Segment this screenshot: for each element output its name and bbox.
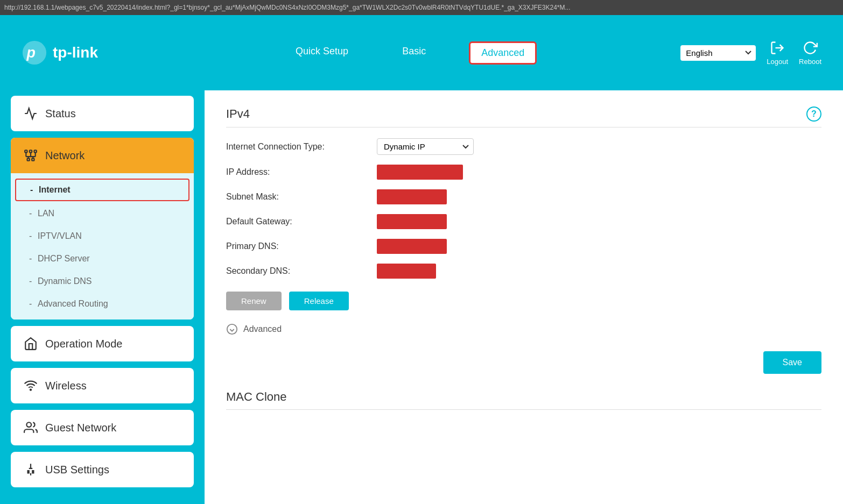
secondary-dns-value <box>377 264 436 279</box>
subnet-mask-redacted <box>377 189 447 204</box>
ipv4-title: IPv4 <box>226 107 250 121</box>
svg-rect-5 <box>34 150 37 152</box>
save-button[interactable]: Save <box>763 351 821 374</box>
main-layout: Status Network <box>0 90 843 504</box>
primary-dns-redacted <box>377 239 447 254</box>
usb-icon <box>24 463 38 477</box>
primary-dns-label: Primary DNS: <box>226 242 377 251</box>
sidebar-item-network[interactable]: Network Internet LAN IPTV/VLAN DHCP Serv… <box>11 138 194 320</box>
ip-address-value <box>377 165 463 180</box>
ip-address-redacted <box>377 165 463 180</box>
operation-mode-icon <box>24 337 38 351</box>
sidebar-item-wireless[interactable]: Wireless <box>11 368 194 403</box>
nav-tabs: Quick Setup Basic Advanced <box>141 41 680 65</box>
nav-basic[interactable]: Basic <box>391 41 437 65</box>
network-subitems: Internet LAN IPTV/VLAN DHCP Server Dynam… <box>11 173 194 320</box>
reboot-label: Reboot <box>799 58 821 66</box>
nav-advanced[interactable]: Advanced <box>469 41 537 65</box>
svg-point-14 <box>30 389 31 391</box>
primary-dns-row: Primary DNS: <box>226 239 821 254</box>
connection-type-label: Internet Connection Type: <box>226 142 377 152</box>
advanced-toggle-label: Advanced <box>243 324 282 334</box>
subnet-mask-label: Subnet Mask: <box>226 192 377 202</box>
connection-type-value: Dynamic IP Static IP PPPoE L2TP PPTP <box>377 138 474 155</box>
content-area: IPv4 ? Internet Connection Type: Dynamic… <box>205 90 843 504</box>
logout-label: Logout <box>767 58 788 66</box>
default-gateway-row: Default Gateway: <box>226 214 821 229</box>
sidebar-subitem-lan[interactable]: LAN <box>11 202 194 225</box>
chevron-down-circle-icon <box>226 323 238 335</box>
reboot-button[interactable]: Reboot <box>799 40 821 66</box>
sidebar-subitem-dhcp[interactable]: DHCP Server <box>11 247 194 270</box>
network-icon <box>24 148 38 162</box>
sidebar-network-label: Network <box>45 150 85 162</box>
connection-type-row: Internet Connection Type: Dynamic IP Sta… <box>226 138 821 155</box>
svg-point-15 <box>26 422 31 427</box>
release-button[interactable]: Release <box>289 292 349 310</box>
header-right: English Chinese Logout Reboot <box>680 40 821 66</box>
secondary-dns-label: Secondary DNS: <box>226 266 377 276</box>
svg-rect-4 <box>30 150 32 152</box>
logo-text: tp-link <box>53 44 98 61</box>
logout-button[interactable]: Logout <box>767 40 788 66</box>
logo: p tp-link <box>22 40 98 66</box>
sidebar-subitem-advanced-routing[interactable]: Advanced Routing <box>11 293 194 315</box>
sidebar-subitem-dynamic-dns[interactable]: Dynamic DNS <box>11 270 194 293</box>
sidebar-wireless-label: Wireless <box>45 380 87 392</box>
secondary-dns-row: Secondary DNS: <box>226 264 821 279</box>
browser-url: http://192.168.1.1/webpages_c7v5_2022041… <box>4 4 571 11</box>
language-select[interactable]: English Chinese <box>680 45 756 61</box>
header: p tp-link Quick Setup Basic Advanced Eng… <box>0 15 843 90</box>
mac-clone-section: MAC Clone <box>226 390 821 410</box>
mac-clone-title: MAC Clone <box>226 390 821 410</box>
help-icon[interactable]: ? <box>806 107 821 122</box>
connection-type-select[interactable]: Dynamic IP Static IP PPPoE L2TP PPTP <box>377 138 474 155</box>
reboot-icon <box>803 40 818 55</box>
sidebar-guest-network-label: Guest Network <box>45 422 116 434</box>
subnet-mask-value <box>377 189 447 204</box>
sidebar-item-operation-mode[interactable]: Operation Mode <box>11 326 194 361</box>
sidebar-item-guest-network[interactable]: Guest Network <box>11 410 194 445</box>
svg-rect-7 <box>32 158 34 160</box>
tp-link-logo-icon: p <box>22 40 47 66</box>
svg-rect-6 <box>27 158 30 160</box>
sidebar-subitem-iptv[interactable]: IPTV/VLAN <box>11 225 194 247</box>
svg-rect-3 <box>25 150 27 152</box>
guest-network-icon <box>24 421 38 435</box>
sidebar-status-label: Status <box>45 108 76 120</box>
default-gateway-redacted <box>377 214 447 229</box>
sidebar-subitem-internet[interactable]: Internet <box>15 179 189 201</box>
sidebar-usb-settings-label: USB Settings <box>45 464 109 476</box>
save-row: Save <box>226 351 821 374</box>
nav-quick-setup[interactable]: Quick Setup <box>285 41 359 65</box>
wireless-icon <box>24 379 38 393</box>
sidebar-operation-mode-label: Operation Mode <box>45 338 122 350</box>
ip-address-label: IP Address: <box>226 167 377 177</box>
sidebar: Status Network <box>0 90 205 504</box>
secondary-dns-redacted <box>377 264 436 279</box>
primary-dns-value <box>377 239 447 254</box>
sidebar-item-status[interactable]: Status <box>11 96 194 131</box>
renew-button[interactable]: Renew <box>226 292 282 310</box>
ip-address-row: IP Address: <box>226 165 821 180</box>
default-gateway-value <box>377 214 447 229</box>
subnet-mask-row: Subnet Mask: <box>226 189 821 204</box>
svg-point-16 <box>227 324 237 334</box>
advanced-toggle[interactable]: Advanced <box>226 323 821 335</box>
svg-text:p: p <box>26 45 36 61</box>
logout-icon <box>770 40 785 55</box>
default-gateway-label: Default Gateway: <box>226 217 377 226</box>
ipv4-section-header: IPv4 ? <box>226 107 821 127</box>
sidebar-item-usb-settings[interactable]: USB Settings <box>11 452 194 487</box>
action-buttons: Renew Release <box>226 292 821 310</box>
browser-bar: http://192.168.1.1/webpages_c7v5_2022041… <box>0 0 843 15</box>
status-icon <box>24 107 38 120</box>
